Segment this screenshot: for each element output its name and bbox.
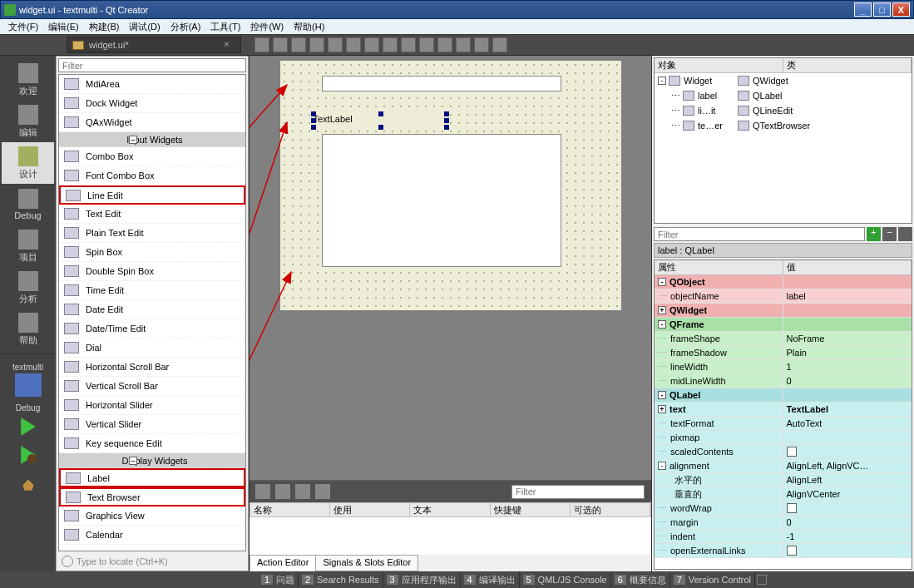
property-row[interactable]: +textTextLabel (655, 403, 912, 417)
object-row[interactable]: ⋯li…itQLineEdit (655, 103, 912, 118)
widget-list[interactable]: MdiAreaDock WidgetQAxWidget−Input Widget… (58, 74, 246, 551)
kit-icon[interactable] (15, 373, 42, 397)
resize-handle[interactable] (311, 111, 316, 116)
mode-项目[interactable]: 项目 (2, 225, 54, 267)
menu-item[interactable]: 编辑(E) (43, 21, 84, 33)
widget-item[interactable]: Vertical Slider (59, 415, 245, 434)
widget-filter-input[interactable] (58, 58, 246, 72)
property-row[interactable]: ⋯frameShadowPlain (655, 346, 912, 360)
property-row[interactable]: ⋯margin0 (655, 516, 912, 530)
resize-handle[interactable] (444, 125, 449, 130)
property-group[interactable]: -QLabel (655, 388, 912, 403)
toolbar-button[interactable] (456, 37, 471, 52)
property-row[interactable]: ⋯indent-1 (655, 530, 912, 544)
property-group[interactable]: +QWidget (655, 304, 912, 318)
widget-item[interactable]: Font Combo Box (59, 166, 245, 185)
output-pane-button[interactable]: 5QML/JS Console (520, 571, 611, 588)
property-row[interactable]: ⋯wordWrap (655, 502, 912, 516)
property-row[interactable]: ⋯lineWidth1 (655, 360, 912, 374)
property-row[interactable]: ⋯pixmap (655, 431, 912, 445)
widget-item[interactable]: QAxWidget (59, 113, 245, 132)
toolbar-button[interactable] (364, 37, 379, 52)
delete-action-button[interactable] (315, 484, 330, 499)
toolbar-button[interactable] (328, 37, 343, 52)
widget-item[interactable]: Vertical Scroll Bar (59, 377, 245, 396)
form-widget[interactable]: TextLabel (280, 61, 621, 310)
mode-Debug[interactable]: Debug (2, 184, 54, 225)
resize-handle[interactable] (378, 111, 383, 116)
widget-group-header[interactable]: −Input Widgets (59, 132, 245, 147)
mode-编辑[interactable]: 编辑 (2, 101, 54, 142)
close-button[interactable]: X (892, 2, 910, 17)
widget-item[interactable]: Plain Text Edit (59, 224, 245, 243)
toolbar-button[interactable] (346, 37, 361, 52)
ae-column[interactable]: 快捷键 (491, 503, 571, 516)
toolbar-button[interactable] (383, 37, 398, 52)
checkbox[interactable] (787, 503, 797, 513)
action-filter-input[interactable] (511, 485, 645, 499)
resize-handle[interactable] (378, 125, 383, 130)
widget-item[interactable]: Date Edit (59, 300, 245, 319)
widget-item[interactable]: Horizontal Slider (59, 396, 245, 415)
widget-item[interactable]: Dial (59, 338, 245, 358)
property-row[interactable]: ⋯midLineWidth0 (655, 374, 912, 388)
output-dropdown[interactable] (757, 575, 767, 585)
menu-item[interactable]: 构建(B) (84, 21, 125, 33)
output-pane-button[interactable]: 3应用程序输出 (383, 571, 461, 588)
text-label-widget[interactable]: TextLabel (314, 114, 447, 127)
ae-column[interactable]: 可选的 (571, 503, 650, 516)
ae-column[interactable]: 文本 (410, 503, 490, 516)
property-editor[interactable]: 属性 值 -QObject⋯objectNamelabel+QWidget-QF… (654, 259, 912, 570)
ae-column[interactable]: 使用 (330, 503, 410, 516)
toolbar-button[interactable] (291, 37, 306, 52)
toolbar-button[interactable] (309, 37, 324, 52)
build-button[interactable] (17, 474, 40, 492)
remove-property-button[interactable]: − (882, 227, 897, 241)
property-group[interactable]: -QObject (655, 275, 912, 289)
bottom-tab[interactable]: Action Editor (249, 555, 316, 571)
menu-item[interactable]: 调试(D) (124, 21, 165, 33)
object-row[interactable]: ⋯te…erQTextBrowser (655, 118, 912, 133)
toolbar-button[interactable] (401, 37, 416, 52)
run-button[interactable] (17, 418, 40, 436)
property-row[interactable]: 垂直的AlignVCenter (655, 487, 912, 502)
resize-handle[interactable] (444, 118, 449, 123)
menu-item[interactable]: 分析(A) (166, 21, 206, 33)
maximize-button[interactable]: □ (873, 2, 891, 17)
widget-item[interactable]: Text Browser (59, 487, 245, 506)
mode-欢迎[interactable]: 欢迎 (2, 59, 54, 101)
widget-item[interactable]: Combo Box (59, 147, 245, 166)
mode-设计[interactable]: 设计 (2, 142, 54, 184)
widget-item[interactable]: Key sequence Edit (59, 434, 245, 453)
output-pane-button[interactable]: 4编译输出 (461, 571, 520, 588)
resize-handle[interactable] (311, 125, 316, 130)
line-edit-widget[interactable] (322, 76, 561, 91)
debug-run-button[interactable] (17, 446, 40, 464)
menu-item[interactable]: 工具(T) (205, 21, 245, 33)
text-browser-widget[interactable] (322, 134, 561, 267)
property-row[interactable]: ⋯frameShapeNoFrame (655, 332, 912, 346)
widget-item[interactable]: Calendar (59, 526, 245, 545)
widget-item[interactable]: Label (59, 468, 245, 487)
object-inspector[interactable]: 对象 类 -WidgetQWidget⋯labelQLabel⋯li…itQLi… (654, 57, 912, 224)
open-file-selector[interactable]: widget.ui* × (67, 37, 241, 53)
menu-item[interactable]: 文件(F) (3, 21, 43, 33)
mode-分析[interactable]: 分析 (2, 267, 54, 309)
minimize-button[interactable]: _ (854, 2, 872, 17)
property-row[interactable]: -alignmentAlignLeft, AlignVC… (655, 459, 912, 473)
resize-handle[interactable] (444, 111, 449, 116)
mode-帮助[interactable]: 帮助 (2, 309, 54, 350)
widget-item[interactable]: Horizontal Scroll Bar (59, 358, 245, 377)
widget-item[interactable]: Dock Widget (59, 94, 245, 113)
toolbar-button[interactable] (492, 37, 507, 52)
form-canvas-area[interactable]: TextLabel (249, 56, 651, 480)
toolbar-button[interactable] (474, 37, 489, 52)
widget-group-header[interactable]: −Display Widgets (59, 453, 245, 468)
menu-item[interactable]: 控件(W) (245, 21, 289, 33)
widget-item[interactable]: Spin Box (59, 243, 245, 262)
paste-action-button[interactable] (295, 484, 310, 499)
widget-item[interactable]: Text Edit (59, 205, 245, 224)
output-pane-button[interactable]: 2Search Results (299, 571, 383, 588)
toolbar-button[interactable] (273, 37, 288, 52)
ae-column[interactable]: 名称 (250, 503, 330, 516)
